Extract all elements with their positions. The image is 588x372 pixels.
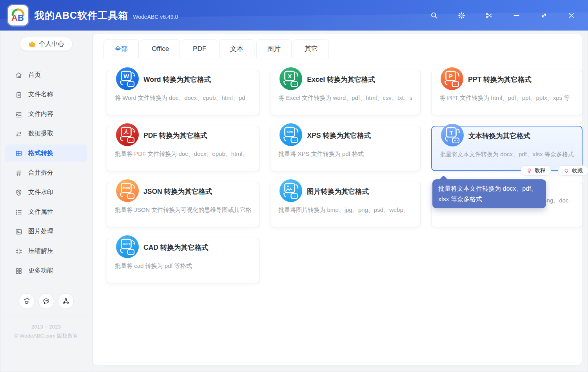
tab-1[interactable]: Office bbox=[141, 39, 180, 58]
tool-card-desc: 批量将图片转换为 bmp、jpg、png、psd、webp、 bbox=[278, 206, 412, 214]
tab-4[interactable]: 图片 bbox=[256, 39, 292, 58]
sidebar-item-4[interactable]: 格式转换 bbox=[5, 144, 87, 162]
tool-card-desc: 将 Word 文件转换为 doc、docx、epub、html、pd bbox=[115, 94, 251, 102]
tool-card-7[interactable]: 图片转换为其它格式批量将图片转换为 bmp、jpg、png、psd、webp、 bbox=[270, 182, 421, 227]
tool-card-title: CAD 转换为其它格式 bbox=[143, 243, 251, 252]
tool-card-2[interactable]: PPPT 转换为其它格式将 PPT 文件转换为 html、pdf、ppt、ppt… bbox=[431, 70, 583, 115]
copyright: 2013 ~ 2023 © WodeABC.com 版权所有 bbox=[0, 322, 92, 340]
scissors-icon[interactable] bbox=[481, 7, 497, 24]
sidebar-item-1[interactable]: 文件名称 bbox=[5, 86, 87, 103]
settings-icon[interactable] bbox=[453, 7, 470, 24]
bulb-icon bbox=[526, 168, 532, 174]
crown-icon bbox=[28, 40, 36, 48]
tool-card-icon: X bbox=[279, 67, 302, 90]
sidebar-item-5[interactable]: 合并拆分 bbox=[5, 164, 87, 182]
sidebar-item-8[interactable]: 图片处理 bbox=[5, 223, 87, 240]
tab-0[interactable]: 全部 bbox=[103, 39, 139, 58]
browser-icon-button[interactable] bbox=[19, 293, 34, 309]
tooltip: 批量将文本文件转换为 docx、pdf、xlsx 等众多格式 bbox=[432, 179, 546, 208]
tool-card-desc: 批量将 PDF 文件转换为 doc、docx、epub、html、 bbox=[115, 150, 251, 158]
tool-card-title: PDF 转换为其它格式 bbox=[143, 131, 251, 140]
tool-card-icon bbox=[279, 179, 302, 202]
heart-icon bbox=[563, 168, 570, 174]
tool-card-desc: 批量将文本文件转换为 docx、pdf、xlsx 等众多格式 bbox=[440, 151, 574, 158]
tool-card-0[interactable]: WWord 转换为其它格式将 Word 文件转换为 doc、docx、epub、… bbox=[107, 70, 260, 115]
compress-icon bbox=[15, 247, 23, 255]
file-content-icon bbox=[15, 110, 23, 118]
file-name-icon bbox=[15, 91, 23, 99]
tool-card-6[interactable]: JSONJSON 转换为其它格式批量将 JSON 文件转换为可视化的思维导图或其… bbox=[107, 182, 260, 227]
sidebar: 个人中心 首页文件名称文件内容数据提取格式转换合并拆分文件水印文件属性图片处理压… bbox=[0, 31, 93, 372]
sidebar-item-label: 格式转换 bbox=[28, 149, 53, 157]
copyright-years: 2013 ~ 2023 bbox=[0, 322, 92, 331]
sidebar-item-7[interactable]: 文件属性 bbox=[5, 203, 87, 221]
tutorial-button[interactable]: 教程 bbox=[521, 165, 551, 176]
tool-card-desc: 批量将 JSON 文件转换为可视化的思维导图或其它格 bbox=[115, 206, 251, 214]
search-icon[interactable] bbox=[426, 7, 442, 24]
tool-card-title: Word 转换为其它格式 bbox=[143, 75, 251, 84]
sidebar-item-label: 合并拆分 bbox=[28, 169, 53, 177]
sidebar-item-label: 文件名称 bbox=[28, 90, 53, 99]
svg-text:A: A bbox=[11, 13, 18, 23]
app-version: WodeABC v6.49.0 bbox=[133, 11, 178, 20]
close-icon[interactable] bbox=[563, 7, 579, 24]
sidebar-item-label: 文件水印 bbox=[28, 188, 53, 197]
tool-card-badge: CAD bbox=[121, 239, 131, 249]
tool-card-desc: 将 Excel 文件转换为 word、pdf、html、csv、txt、s bbox=[278, 94, 412, 102]
tool-card-icon: CAD bbox=[116, 235, 139, 258]
title-bar: A B 我的ABC软件工具箱 WodeABC v6.49.0 bbox=[0, 0, 588, 31]
sidebar-item-3[interactable]: 数据提取 bbox=[5, 125, 87, 143]
chat-icon-button[interactable] bbox=[38, 293, 54, 309]
app-window: A B 我的ABC软件工具箱 WodeABC v6.49.0 个人中心 首页文件… bbox=[0, 0, 588, 372]
tab-2[interactable]: PDF bbox=[182, 39, 217, 58]
tool-card-title: JSON 转换为其它格式 bbox=[143, 187, 251, 196]
tool-card-3[interactable]: 人PDF 转换为其它格式批量将 PDF 文件转换为 doc、docx、epub、… bbox=[107, 126, 260, 171]
body-area: 个人中心 首页文件名称文件内容数据提取格式转换合并拆分文件水印文件属性图片处理压… bbox=[0, 31, 588, 372]
tool-card-icon: T bbox=[441, 124, 464, 146]
tool-card-grid: WWord 转换为其它格式将 Word 文件转换为 doc、docx、epub、… bbox=[107, 70, 569, 283]
home-icon bbox=[15, 71, 23, 79]
personal-center-button[interactable]: 个人中心 bbox=[20, 37, 73, 51]
sidebar-item-6[interactable]: 文件水印 bbox=[5, 184, 87, 201]
tool-card-1[interactable]: XExcel 转换为其它格式将 Excel 文件转换为 word、pdf、htm… bbox=[270, 70, 421, 115]
tool-card-desc: 批量将 cad 转换为 pdf 等格式 bbox=[115, 262, 251, 270]
tool-card-icon: W bbox=[116, 67, 139, 90]
sidebar-item-9[interactable]: 压缩解压 bbox=[5, 242, 87, 260]
sidebar-item-0[interactable]: 首页 bbox=[5, 66, 87, 84]
sidebar-item-2[interactable]: 文件内容 bbox=[5, 105, 87, 123]
tool-card-badge: XPS bbox=[285, 127, 295, 137]
tab-5[interactable]: 其它 bbox=[294, 39, 329, 58]
sidebar-item-label: 数据提取 bbox=[28, 130, 53, 138]
more-features-icon bbox=[15, 267, 23, 275]
sidebar-quick-links bbox=[0, 293, 92, 309]
tutorial-label: 教程 bbox=[535, 167, 546, 174]
chat-icon bbox=[42, 297, 50, 305]
tool-card-desc: 批量将 XPS 文件转换为 pdf 格式 bbox=[278, 150, 412, 158]
tool-card-badge: T bbox=[446, 128, 456, 137]
sidebar-item-10[interactable]: 更多功能 bbox=[5, 262, 87, 280]
tool-card-badge: JSON bbox=[121, 183, 131, 193]
tool-card-badge: 人 bbox=[121, 127, 131, 137]
sidebar-item-label: 文件内容 bbox=[28, 110, 53, 118]
share-icon bbox=[62, 297, 70, 305]
tab-3[interactable]: 文本 bbox=[219, 39, 254, 58]
data-extract-icon bbox=[15, 130, 23, 138]
sidebar-menu: 首页文件名称文件内容数据提取格式转换合并拆分文件水印文件属性图片处理压缩解压更多… bbox=[0, 66, 92, 280]
tool-card-5[interactable]: T文本转换为其它格式批量将文本文件转换为 docx、pdf、xlsx 等众多格式… bbox=[431, 126, 583, 171]
tool-card-9[interactable]: CADCAD 转换为其它格式批量将 cad 转换为 pdf 等格式 bbox=[107, 238, 260, 283]
favorite-label: 收藏 bbox=[572, 167, 583, 174]
personal-center-label: 个人中心 bbox=[39, 40, 64, 48]
tool-card-title: 图片转换为其它格式 bbox=[307, 187, 412, 196]
share-icon-button[interactable] bbox=[58, 293, 74, 309]
tool-card-title: XPS 转换为其它格式 bbox=[307, 131, 412, 140]
format-convert-icon bbox=[15, 150, 23, 157]
watermark-icon bbox=[15, 189, 23, 197]
image-process-icon bbox=[15, 228, 23, 236]
tool-card-4[interactable]: XPSXPS 转换为其它格式批量将 XPS 文件转换为 pdf 格式 bbox=[270, 126, 421, 171]
favorite-button[interactable]: 收藏 bbox=[558, 165, 588, 176]
maximize-icon[interactable] bbox=[535, 7, 552, 24]
tool-card-title: Excel 转换为其它格式 bbox=[307, 75, 412, 84]
minimize-icon[interactable] bbox=[508, 7, 524, 24]
tool-card-icon: P bbox=[441, 67, 463, 90]
window-controls bbox=[415, 7, 588, 24]
